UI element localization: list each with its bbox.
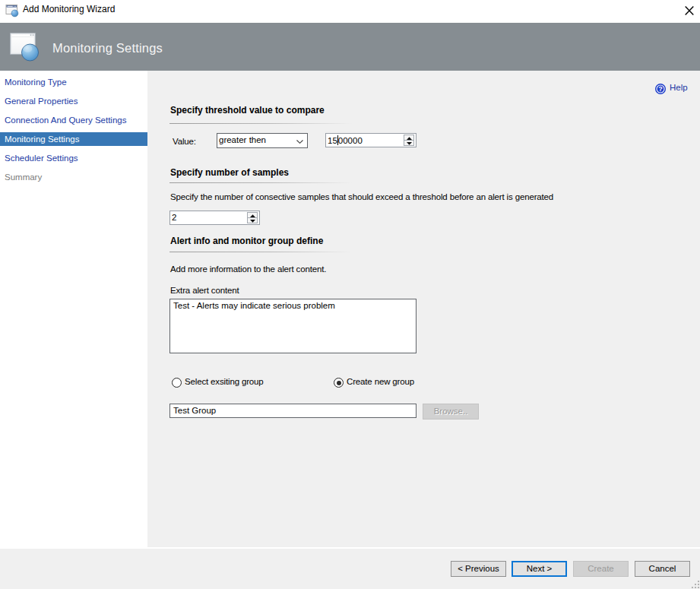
grip-dot <box>695 587 696 588</box>
samples-description: Specify the number of consective samples… <box>170 192 553 201</box>
spin-up-arrow-icon <box>407 137 412 140</box>
operator-dropdown[interactable]: greater then <box>217 133 308 148</box>
create-button[interactable]: Create <box>573 561 629 577</box>
create-new-group-label[interactable]: Create new group <box>347 377 414 386</box>
threshold-text-before-caret: 15 <box>328 136 337 145</box>
cancel-button[interactable]: Cancel <box>635 561 690 577</box>
threshold-section-heading: Specify threshold value to compare <box>170 105 325 116</box>
select-existing-group-label[interactable]: Select exsiting group <box>185 377 264 386</box>
spin-down-arrow-icon <box>407 142 412 145</box>
resize-grip[interactable] <box>690 579 699 588</box>
radio-dot <box>337 381 341 385</box>
app-window-sphere-icon <box>5 4 19 17</box>
grip-dot <box>698 581 699 582</box>
extra-alert-content-label: Extra alert content <box>170 286 239 295</box>
threshold-section-divider <box>169 123 352 124</box>
browse-button[interactable]: Browse.. <box>423 404 479 420</box>
window-title: Add Monitoring Wizard <box>23 4 115 14</box>
sidebar-item-summary[interactable]: Summary <box>0 170 147 184</box>
samples-section-heading: Specify number of samples <box>170 167 289 178</box>
group-name-text: Test Group <box>173 406 216 415</box>
threshold-text-after-caret: 00000 <box>338 136 363 145</box>
extra-alert-content-text: Test - Alerts may indicate serious probl… <box>173 301 335 310</box>
next-button[interactable]: Next > <box>512 561 567 577</box>
title-bar: Add Monitoring Wizard <box>0 0 700 23</box>
create-new-group-radio[interactable] <box>334 378 344 388</box>
threshold-value-text: 1500000 <box>328 135 363 145</box>
add-monitoring-wizard-window: Add Monitoring Wizard <box>0 0 700 589</box>
alert-description: Add more information to the alert conten… <box>170 264 326 274</box>
samples-count-text: 2 <box>172 213 176 222</box>
sidebar-item-monitoring-settings[interactable]: Monitoring Settings <box>0 132 147 146</box>
previous-button[interactable]: < Previous <box>451 561 506 577</box>
svg-text:?: ? <box>658 85 663 93</box>
grip-dot <box>695 584 696 585</box>
help-question-icon[interactable]: ? <box>655 84 666 94</box>
alert-section-heading: Alert info and monitor group define <box>170 236 323 246</box>
spin-buttons <box>404 135 414 146</box>
extra-alert-content-textarea[interactable]: Test - Alerts may indicate serious probl… <box>169 299 417 353</box>
help-link[interactable]: Help <box>670 83 688 92</box>
alert-section-divider <box>169 252 352 252</box>
grip-dot <box>698 587 699 588</box>
samples-spin-down-button[interactable] <box>247 217 258 223</box>
select-existing-group-radio[interactable] <box>172 378 182 388</box>
chevron-down-icon <box>296 140 303 144</box>
page-title: Monitoring Settings <box>52 41 163 55</box>
operator-dropdown-value: greater then <box>219 135 266 144</box>
value-label: Value: <box>173 137 196 146</box>
group-name-input[interactable]: Test Group <box>169 404 417 418</box>
samples-count-input[interactable]: 2 <box>169 211 260 225</box>
wizard-banner: Monitoring Settings <box>0 23 700 71</box>
wizard-steps-sidebar: Monitoring Type General Properties Conne… <box>0 71 147 547</box>
sidebar-item-connection-and-query-settings[interactable]: Connection And Query Settings <box>0 113 147 127</box>
grip-dot <box>692 587 693 588</box>
close-icon[interactable] <box>683 3 695 18</box>
grip-dot <box>698 584 699 585</box>
sidebar-item-monitoring-type[interactable]: Monitoring Type <box>0 75 147 89</box>
spin-up-arrow-icon <box>250 214 255 217</box>
spin-buttons <box>247 212 258 223</box>
banner-window-sphere-icon <box>10 33 39 62</box>
samples-section-divider <box>169 182 352 183</box>
sidebar-item-general-properties[interactable]: General Properties <box>0 94 147 108</box>
spin-down-arrow-icon <box>250 220 255 223</box>
threshold-spin-down-button[interactable] <box>404 140 414 146</box>
sidebar-item-scheduler-settings[interactable]: Scheduler Settings <box>0 151 147 165</box>
threshold-value-input[interactable]: 1500000 <box>325 133 417 147</box>
